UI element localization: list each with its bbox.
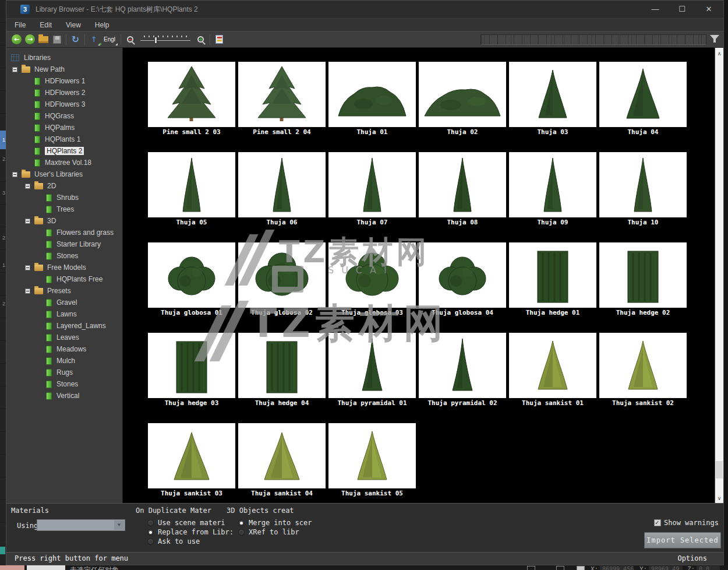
radio-ask-to-use[interactable]: Ask to use: [147, 537, 200, 546]
plant-thumbnail[interactable]: [509, 333, 596, 398]
slider-thumb[interactable]: [154, 37, 157, 44]
tree-item-starter-library[interactable]: Starter Library: [6, 238, 122, 250]
view-mode-button[interactable]: [213, 33, 226, 46]
checkbox-checked-icon[interactable]: [654, 519, 661, 526]
minimize-button[interactable]: —: [642, 1, 669, 18]
tree-item-hqpalms[interactable]: HQPalms: [6, 122, 122, 133]
radio-merge-into-scer[interactable]: Merge into scer: [238, 519, 312, 527]
titlebar[interactable]: 3 Library Browser - E:\七套 HQ plants树库\HQ…: [6, 1, 723, 18]
forward-button[interactable]: →: [23, 33, 37, 46]
thumbnail-cell-pine-small-2-04[interactable]: Pine small 2 04: [238, 62, 326, 138]
filter-icon[interactable]: [710, 35, 719, 44]
plant-thumbnail[interactable]: [509, 62, 596, 127]
tree-item-new-path[interactable]: New Path: [6, 64, 122, 75]
plant-thumbnail[interactable]: [599, 333, 687, 398]
plant-thumbnail[interactable]: [148, 333, 235, 398]
scrollbar-thumb[interactable]: [716, 461, 723, 478]
thumbnail-cell-thuja-01[interactable]: Thuja 01: [328, 62, 416, 138]
thumbnail-cell-thuja-globosa-02[interactable]: Thuja globosa 02: [238, 242, 326, 318]
collapse-toggle-icon[interactable]: [25, 184, 30, 189]
menu-edit[interactable]: Edit: [40, 21, 52, 29]
plant-thumbnail[interactable]: [238, 152, 326, 217]
plant-thumbnail[interactable]: [238, 242, 326, 308]
thumbnail-cell-thuja-02[interactable]: Thuja 02: [419, 62, 506, 138]
tree-item-hqgrass[interactable]: HQGrass: [6, 110, 122, 122]
collapse-toggle-icon[interactable]: [12, 172, 17, 177]
tree-item-hqplants-free[interactable]: HQPlants Free: [6, 273, 122, 285]
plant-thumbnail[interactable]: [238, 423, 326, 488]
tree-item-user-s-libraries[interactable]: User's Libraries: [6, 168, 122, 180]
collapse-toggle-icon[interactable]: [25, 288, 30, 294]
scroll-up-icon[interactable]: ∧: [715, 49, 723, 58]
plant-thumbnail[interactable]: [328, 242, 416, 308]
collapse-toggle-icon[interactable]: [25, 219, 30, 224]
tree-item-layered-lawns[interactable]: Layered_Lawns: [6, 320, 122, 332]
plant-thumbnail[interactable]: [419, 62, 506, 127]
tree-item-stones[interactable]: Stones: [6, 378, 122, 390]
plant-thumbnail[interactable]: [509, 242, 596, 308]
language-button[interactable]: Engl: [101, 33, 118, 46]
radio-xref-to-libr[interactable]: XRef to libr: [238, 528, 299, 536]
radio-icon[interactable]: [238, 529, 245, 536]
import-selected-button[interactable]: Import Selected: [644, 532, 721, 548]
plant-thumbnail[interactable]: [328, 62, 416, 127]
tree-item-hdflowers-3[interactable]: HDFlowers 3: [6, 98, 122, 110]
collapse-toggle-icon[interactable]: [12, 67, 17, 72]
zoom-out-button[interactable]: [123, 33, 137, 46]
thumbnail-cell-thuja-globosa-03[interactable]: Thuja globosa 03: [328, 242, 416, 318]
thumbnail-cell-thuja-sankist-05[interactable]: Thuja sankist 05: [328, 423, 416, 499]
tree-item-hdflowers-2[interactable]: HDFlowers 2: [6, 87, 122, 98]
close-button[interactable]: ✕: [695, 1, 722, 18]
plant-thumbnail[interactable]: [148, 242, 235, 308]
thumbnail-cell-thuja-hedge-02[interactable]: Thuja hedge 02: [599, 242, 687, 318]
radio-use-scene-materi[interactable]: Use scene materi: [147, 519, 225, 527]
menu-help[interactable]: Help: [95, 21, 109, 29]
save-library-button[interactable]: [50, 33, 63, 46]
plant-thumbnail[interactable]: [328, 423, 416, 488]
tree-item-hdflowers-1[interactable]: HDFlowers 1: [6, 75, 122, 87]
zoom-in-button[interactable]: [194, 33, 207, 46]
thumbnail-cell-thuja-03[interactable]: Thuja 03: [509, 62, 596, 138]
tree-item-hqplants-2[interactable]: HQPlants 2: [6, 145, 122, 157]
tree-item-lawns[interactable]: Lawns: [6, 308, 122, 320]
material-using-dropdown[interactable]: ▼: [37, 519, 125, 531]
thumbnail-cell-thuja-sankist-01[interactable]: Thuja sankist 01: [509, 333, 596, 409]
plant-thumbnail[interactable]: [419, 333, 506, 398]
thumbnail-cell-thuja-05[interactable]: Thuja 05: [148, 152, 235, 228]
tree-item-shrubs[interactable]: Shrubs: [6, 192, 122, 203]
tree-item-flowers-and-grass[interactable]: Flowers and grass: [6, 227, 122, 238]
thumbnail-cell-thuja-09[interactable]: Thuja 09: [509, 152, 596, 228]
tree-item-presets[interactable]: Presets: [6, 285, 122, 297]
tree-item-rugs[interactable]: Rugs: [6, 367, 122, 378]
thumbnail-cell-thuja-hedge-01[interactable]: Thuja hedge 01: [509, 242, 596, 318]
thumbnail-cell-thuja-sankist-04[interactable]: Thuja sankist 04: [238, 423, 326, 499]
thumbnail-cell-thuja-08[interactable]: Thuja 08: [419, 152, 506, 228]
vertical-scrollbar[interactable]: ∧ ∨: [715, 48, 723, 504]
thumbnail-cell-thuja-pyramidal-02[interactable]: Thuja pyramidal 02: [419, 333, 506, 409]
thumbnail-cell-thuja-04[interactable]: Thuja 04: [599, 62, 687, 138]
sort-button[interactable]: ↑: [87, 33, 101, 46]
tree-item-libraries[interactable]: Libraries: [6, 52, 122, 64]
radio-icon[interactable]: [147, 539, 154, 545]
options-link[interactable]: Options: [677, 553, 707, 565]
thumbnail-cell-pine-small-2-03[interactable]: Pine small 2 03: [148, 62, 235, 138]
thumbnails-overview-bar[interactable]: [480, 34, 706, 45]
radio-replace-from-libr[interactable]: Replace from Libr:: [147, 528, 234, 536]
menu-file[interactable]: File: [15, 21, 26, 29]
thumbnail-cell-thuja-07[interactable]: Thuja 07: [328, 152, 416, 228]
plant-thumbnail[interactable]: [238, 62, 326, 127]
plant-thumbnail[interactable]: [148, 62, 235, 127]
tree-item-meadows[interactable]: Meadows: [6, 343, 122, 355]
show-warnings-checkbox[interactable]: Show warnings: [654, 519, 719, 527]
open-library-button[interactable]: [37, 33, 50, 46]
refresh-button[interactable]: ↻: [69, 33, 82, 46]
thumbnail-cell-thuja-sankist-02[interactable]: Thuja sankist 02: [599, 333, 687, 409]
tree-item-maxtree-vol-18[interactable]: Maxtree Vol.18: [6, 157, 122, 168]
tree-item-hqplants-1[interactable]: HQPlants 1: [6, 133, 122, 145]
thumbnail-cell-thuja-hedge-04[interactable]: Thuja hedge 04: [238, 333, 326, 409]
thumbnail-cell-thuja-10[interactable]: Thuja 10: [599, 152, 687, 228]
plant-thumbnail[interactable]: [599, 152, 687, 217]
plant-thumbnail[interactable]: [328, 333, 416, 398]
maximize-button[interactable]: ☐: [669, 1, 695, 18]
radio-selected-icon[interactable]: [147, 529, 154, 536]
